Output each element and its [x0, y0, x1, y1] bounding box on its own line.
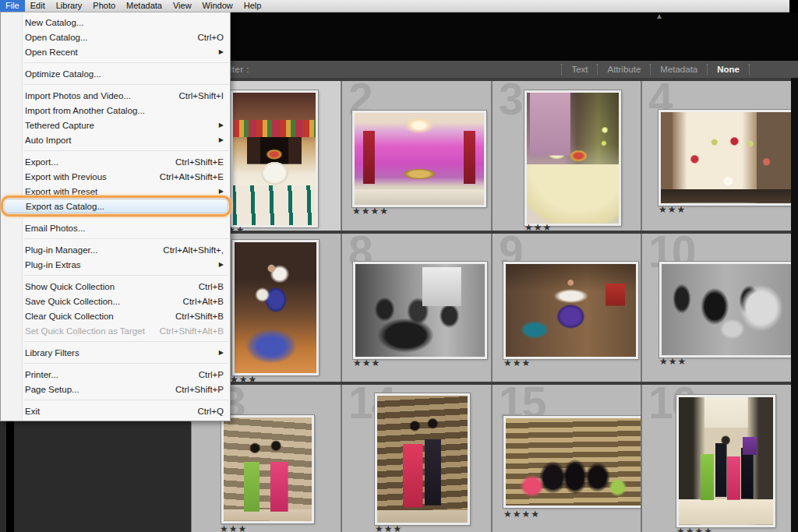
- menu-item-export-as-catalog[interactable]: Export as Catalog...: [2, 199, 228, 213]
- menu-item-tethered-capture[interactable]: Tethered Capture ▶: [1, 118, 230, 132]
- menubar-item-photo[interactable]: Photo: [87, 0, 121, 12]
- filter-option-text[interactable]: Text: [561, 64, 597, 75]
- menu-item-export[interactable]: Export... Ctrl+Shift+E: [1, 154, 230, 169]
- photo-thumbnail[interactable]: [221, 415, 314, 523]
- grid-cell-3[interactable]: 3 ★★★: [491, 81, 641, 231]
- photo-thumbnail[interactable]: [352, 111, 486, 207]
- menu-item-email-photos[interactable]: Email Photos...: [1, 220, 230, 235]
- menu-item-label: Tethered Capture: [25, 121, 94, 130]
- submenu-arrow-icon: ▶: [219, 136, 224, 143]
- menu-item-import-photos-video[interactable]: Import Photos and Video... Ctrl+Shift+I: [1, 88, 230, 103]
- menu-separator: [23, 238, 228, 239]
- photo-thumbnail[interactable]: [231, 90, 318, 227]
- grid-cell-14[interactable]: 14 ★★★: [341, 385, 491, 532]
- menu-item-label: Open Catalog...: [25, 33, 88, 42]
- panel-collapse-icon[interactable]: ▲: [655, 12, 663, 20]
- star-rating[interactable]: ★★★: [503, 358, 531, 368]
- menu-item-label: Clear Quick Collection: [25, 312, 114, 321]
- grid-cell-10[interactable]: 10 ★★★: [641, 234, 791, 382]
- menubar-item-edit[interactable]: Edit: [25, 0, 51, 12]
- star-rating[interactable]: ★★★: [659, 205, 686, 214]
- cell-index-number: 3: [499, 81, 522, 123]
- menu-item-label: Export with Previous: [25, 172, 107, 181]
- menu-item-label: Email Photos...: [25, 224, 85, 233]
- filter-option-none[interactable]: None: [707, 64, 750, 75]
- menu-shortcut: Ctrl+P: [199, 370, 224, 379]
- star-rating[interactable]: ★★★: [353, 358, 380, 368]
- module-picker-panel-collapsed: ▲: [191, 12, 798, 61]
- lightroom-window: ▲ Filter : Text Attribute Metadata None …: [0, 0, 798, 532]
- star-rating[interactable]: ★★★★: [503, 509, 540, 519]
- menu-separator: [23, 275, 228, 276]
- menu-item-label: Exit: [25, 407, 40, 416]
- menu-item-label: Export with Preset: [25, 187, 97, 196]
- menubar-item-file[interactable]: File: [0, 0, 25, 12]
- menu-item-export-with-preset[interactable]: Export with Preset ▶: [1, 184, 230, 199]
- menu-item-clear-quick-collection[interactable]: Clear Quick Collection Ctrl+Shift+B: [1, 308, 230, 323]
- star-rating[interactable]: ★★★★: [676, 527, 713, 532]
- menu-item-open-recent[interactable]: Open Recent ▶: [1, 44, 230, 59]
- menu-separator: [23, 62, 228, 63]
- filter-option-metadata[interactable]: Metadata: [650, 64, 707, 75]
- photo-thumbnail[interactable]: [503, 262, 638, 359]
- menu-item-page-setup[interactable]: Page Setup... Ctrl+Shift+P: [1, 382, 230, 396]
- menu-item-set-quick-collection-as-target: Set Quick Collection as Target Ctrl+Shif…: [1, 323, 230, 338]
- menubar-item-view[interactable]: View: [168, 0, 197, 12]
- menu-item-optimize-catalog[interactable]: Optimize Catalog...: [1, 66, 230, 81]
- photo-thumbnail[interactable]: [676, 395, 775, 527]
- menubar-item-library[interactable]: Library: [51, 0, 88, 12]
- menu-item-save-quick-collection[interactable]: Save Quick Collection... Ctrl+Alt+B: [1, 294, 230, 308]
- photo-thumbnail[interactable]: [232, 240, 319, 375]
- menu-item-exit[interactable]: Exit Ctrl+Q: [1, 403, 230, 418]
- menu-item-plugin-extras[interactable]: Plug-in Extras ▶: [1, 257, 230, 272]
- star-rating[interactable]: ★★★: [230, 375, 257, 382]
- menu-shortcut: Ctrl+Q: [197, 407, 224, 416]
- menu-item-printer[interactable]: Printer... Ctrl+P: [1, 367, 230, 382]
- menu-separator: [23, 217, 228, 217]
- menu-item-show-quick-collection[interactable]: Show Quick Collection Ctrl+B: [1, 279, 230, 294]
- grid-cell-2[interactable]: 2 ★★★★: [341, 81, 491, 231]
- menu-item-label: Set Quick Collection as Target: [25, 326, 145, 336]
- menubar-right-cap: [789, 0, 798, 12]
- star-rating[interactable]: ★★★: [375, 524, 402, 532]
- menu-separator: [23, 341, 228, 342]
- menu-item-label: Optimize Catalog...: [25, 69, 101, 79]
- grid-cell-15[interactable]: 15 ★★★★: [491, 385, 641, 532]
- menu-separator: [23, 363, 228, 364]
- photo-thumbnail[interactable]: [659, 262, 791, 358]
- menu-item-export-with-previous[interactable]: Export with Previous Ctrl+Alt+Shift+E: [1, 169, 230, 184]
- filter-option-attribute[interactable]: Attribute: [597, 64, 650, 75]
- menu-item-library-filters[interactable]: Library Filters ▶: [1, 345, 230, 360]
- menu-item-label: Library Filters: [25, 348, 79, 358]
- star-rating[interactable]: ★★★: [220, 524, 247, 532]
- menu-item-label: New Catalog...: [25, 18, 83, 27]
- grid-cell-9[interactable]: 9 ★★★: [491, 234, 641, 382]
- menubar-item-metadata[interactable]: Metadata: [121, 0, 168, 12]
- menu-item-import-from-another-catalog[interactable]: Import from Another Catalog...: [1, 103, 230, 118]
- menubar-item-help[interactable]: Help: [238, 0, 267, 12]
- star-rating[interactable]: ★★★: [659, 357, 687, 366]
- filter-options: Text Attribute Metadata None: [561, 64, 750, 75]
- menu-item-new-catalog[interactable]: New Catalog...: [1, 15, 230, 30]
- photo-thumbnail[interactable]: [503, 416, 641, 508]
- menu-separator: [23, 84, 228, 85]
- photo-thumbnail[interactable]: [524, 90, 621, 226]
- menu-item-label: Plug-in Manager...: [25, 245, 97, 255]
- photo-thumbnail[interactable]: [659, 110, 791, 206]
- grid-cell-16[interactable]: 16 ★★★★: [641, 385, 791, 532]
- star-rating[interactable]: ★★★: [524, 223, 552, 231]
- menu-item-plugin-manager[interactable]: Plug-in Manager... Ctrl+Alt+Shift+,: [1, 242, 230, 257]
- menu-shortcut: Ctrl+Alt+B: [183, 297, 224, 306]
- menu-item-auto-import[interactable]: Auto Import ▶: [1, 132, 230, 147]
- grid-cell-8[interactable]: 8 ★★★: [341, 234, 491, 382]
- menu-shortcut: Ctrl+Alt+Shift+E: [160, 172, 224, 181]
- menubar-item-window[interactable]: Window: [197, 0, 238, 12]
- menu-shortcut: Ctrl+O: [197, 33, 224, 42]
- photo-thumbnail[interactable]: [375, 393, 470, 525]
- grid-cell-4[interactable]: 4 ★★★: [641, 81, 791, 231]
- star-rating[interactable]: ★★★★: [352, 206, 389, 216]
- photo-thumbnail[interactable]: [353, 262, 487, 359]
- menu-shortcut: Ctrl+Shift+P: [175, 385, 224, 394]
- menu-item-open-catalog[interactable]: Open Catalog... Ctrl+O: [1, 30, 230, 44]
- menu-shortcut: Ctrl+Alt+Shift+,: [163, 245, 224, 255]
